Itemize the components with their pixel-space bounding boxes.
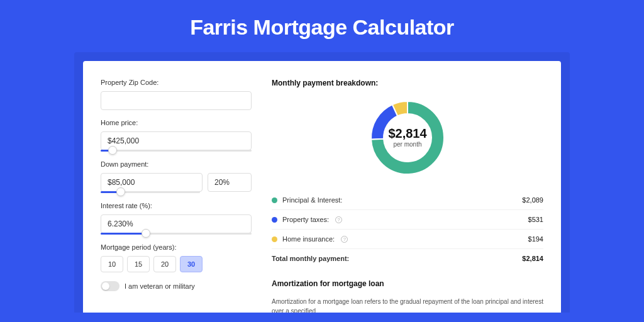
amortization-heading: Amortization for mortgage loan [272, 279, 543, 288]
veteran-label: I am veteran or military [125, 282, 195, 290]
inputs-column: Property Zip Code: Home price: Down paym… [101, 79, 252, 313]
period-option-10[interactable]: 10 [101, 256, 123, 272]
panel-frame: Property Zip Code: Home price: Down paym… [74, 52, 570, 313]
calculator-panel: Property Zip Code: Home price: Down paym… [83, 61, 561, 313]
zip-input[interactable] [101, 91, 252, 110]
chart-center-label: per month [393, 141, 421, 148]
amortization-text: Amortization for a mortgage loan refers … [272, 297, 543, 313]
total-row: Total monthly payment: $2,814 [272, 249, 543, 268]
home-price-label: Home price: [101, 119, 252, 126]
period-options: 10152030 [101, 256, 252, 272]
legend: Principal & Interest:$2,089Property taxe… [272, 191, 543, 249]
period-label: Mortgage period (years): [101, 243, 252, 251]
interest-slider[interactable] [101, 233, 252, 235]
down-payment-input[interactable] [101, 173, 203, 192]
info-icon[interactable]: ? [335, 216, 342, 223]
zip-label: Property Zip Code: [101, 79, 252, 86]
donut-chart: $2,814 per month [272, 96, 543, 179]
legend-row: Home insurance:?$194 [272, 230, 543, 249]
down-payment-slider[interactable] [101, 191, 200, 193]
legend-dot-icon [272, 217, 277, 223]
legend-dot-icon [272, 236, 277, 242]
down-payment-pct-input[interactable] [208, 173, 252, 192]
breakdown-column: Monthly payment breakdown: $2,814 per mo… [272, 79, 543, 313]
total-value: $2,814 [522, 255, 543, 262]
page-title: Farris Mortgage Calculator [0, 0, 644, 52]
legend-dot-icon [272, 197, 277, 203]
legend-label: Principal & Interest: [282, 196, 342, 204]
legend-value: $194 [528, 235, 543, 243]
legend-value: $531 [528, 216, 543, 223]
legend-row: Principal & Interest:$2,089 [272, 191, 543, 210]
period-option-30[interactable]: 30 [180, 256, 203, 272]
period-option-15[interactable]: 15 [127, 256, 150, 272]
breakdown-heading: Monthly payment breakdown: [272, 79, 543, 87]
legend-label: Property taxes: [282, 216, 329, 223]
interest-input[interactable] [101, 214, 252, 233]
legend-row: Property taxes:?$531 [272, 210, 543, 230]
chart-center-amount: $2,814 [388, 126, 427, 140]
legend-label: Home insurance: [282, 235, 335, 243]
veteran-toggle[interactable] [101, 281, 119, 291]
interest-label: Interest rate (%): [101, 202, 252, 209]
total-label: Total monthly payment: [272, 255, 349, 262]
period-option-20[interactable]: 20 [153, 256, 176, 272]
down-payment-label: Down payment: [101, 160, 252, 168]
home-price-input[interactable] [101, 131, 252, 150]
info-icon[interactable]: ? [341, 236, 348, 243]
legend-value: $2,089 [522, 196, 543, 204]
home-price-slider[interactable] [101, 150, 252, 152]
